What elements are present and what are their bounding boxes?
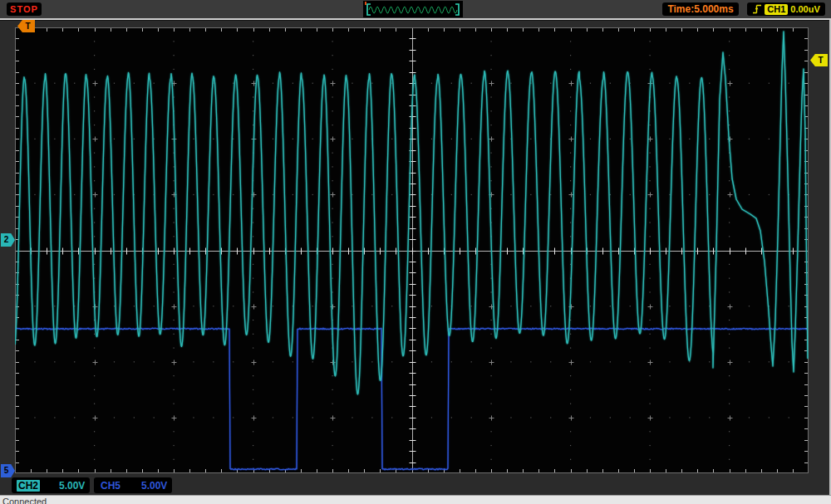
toolbar-separator [0, 18, 831, 21]
channel-name: CH2 [17, 480, 40, 492]
scope-display[interactable] [15, 27, 809, 473]
channel-scale: 5.00V [141, 480, 167, 492]
top-toolbar: STOP Time:5.000ms CH1 0.00uV [0, 0, 831, 18]
channel-readout[interactable]: CH5 5.00V [94, 477, 172, 493]
timebase-display[interactable]: Time:5.000ms [662, 2, 739, 16]
trigger-level-marker[interactable]: T [810, 54, 828, 66]
stop-button-label: STOP [10, 4, 38, 14]
trigger-preview-canvas [363, 1, 463, 17]
trigger-level-value: 0.00uV [790, 4, 819, 14]
stop-button[interactable]: STOP [7, 2, 42, 16]
channel-scale: 5.00V [59, 480, 85, 492]
trigger-preview[interactable] [363, 1, 463, 17]
ch2-zero-marker[interactable]: 2 [1, 233, 15, 247]
timebase-value: Time:5.000ms [667, 3, 733, 15]
status-bar: Connected [0, 495, 831, 504]
trigger-source-badge: CH1 [765, 4, 788, 15]
channel-readout[interactable]: CH2 5.00V [12, 477, 90, 493]
trigger-settings-display[interactable]: CH1 0.00uV [747, 2, 825, 16]
connection-status: Connected [2, 497, 47, 504]
trigger-rising-edge-icon [752, 3, 762, 15]
ch5-zero-marker[interactable]: 5 [1, 464, 15, 477]
channel-name: CH5 [99, 480, 122, 492]
